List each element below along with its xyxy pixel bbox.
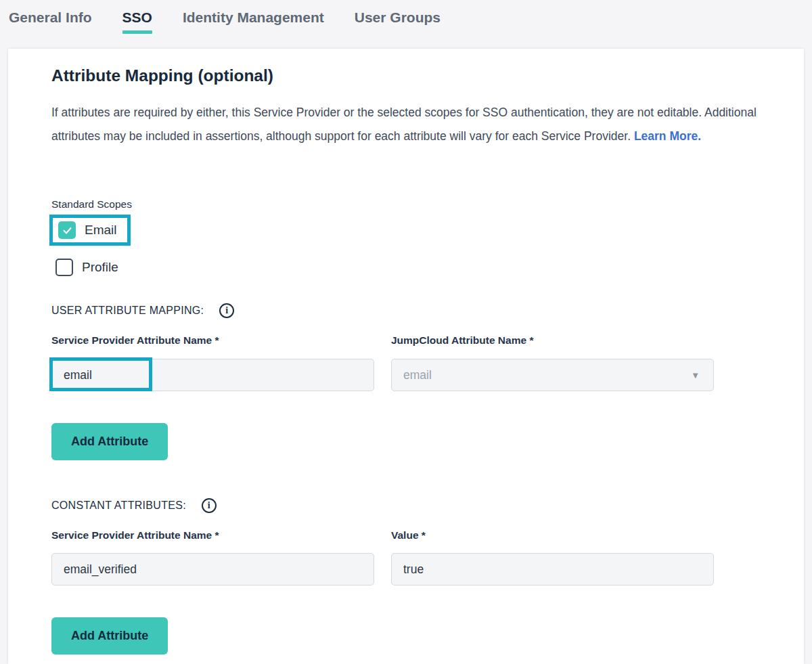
user-attribute-mapping-title: USER ATTRIBUTE MAPPING: — [51, 305, 204, 317]
tab-general-info[interactable]: General Info — [9, 9, 92, 49]
profile-scope-label: Profile — [82, 260, 118, 275]
learn-more-link[interactable]: Learn More. — [634, 129, 701, 143]
ca-sp-attribute-name-label: Service Provider Attribute Name * — [51, 529, 374, 541]
info-icon[interactable]: i — [202, 498, 217, 513]
ca-labels-row: Service Provider Attribute Name * Value … — [51, 529, 714, 541]
active-tab-underline — [122, 30, 152, 34]
add-attribute-button-uam[interactable]: Add Attribute — [51, 423, 168, 460]
constant-attributes-heading: CONSTANT ATTRIBUTES: i — [51, 498, 217, 513]
sp-attribute-name-input[interactable] — [51, 359, 374, 391]
tab-bar: General Info SSO Identity Management Use… — [0, 0, 812, 49]
ca-value-label: Value * — [391, 529, 714, 541]
standard-scopes-label: Standard Scopes — [51, 198, 132, 211]
sp-attribute-name-label: Service Provider Attribute Name * — [51, 334, 374, 347]
page-title: Attribute Mapping (optional) — [51, 66, 273, 85]
profile-checkbox[interactable] — [55, 259, 73, 276]
description-text: If attributes are required by either, th… — [51, 101, 763, 148]
jumpcloud-attribute-name-label: JumpCloud Attribute Name * — [391, 334, 714, 347]
ca-sp-attribute-name-input[interactable] — [51, 553, 374, 585]
check-icon — [62, 225, 73, 236]
add-attribute-button-ca[interactable]: Add Attribute — [51, 617, 168, 655]
ca-inputs-row — [51, 553, 714, 585]
profile-scope-option[interactable]: Profile — [55, 258, 118, 277]
info-icon[interactable]: i — [219, 303, 234, 318]
ca-value-input[interactable] — [391, 553, 714, 585]
tab-sso[interactable]: SSO — [122, 9, 152, 49]
email-checkbox[interactable] — [58, 221, 76, 239]
email-scope-label: Email — [85, 223, 117, 238]
uam-labels-row: Service Provider Attribute Name * JumpCl… — [51, 334, 714, 347]
sso-settings-panel: Attribute Mapping (optional) If attribut… — [8, 49, 804, 664]
user-attribute-mapping-heading: USER ATTRIBUTE MAPPING: i — [51, 303, 234, 318]
jumpcloud-attribute-select[interactable]: email ▼ — [391, 359, 714, 391]
email-scope-option[interactable]: Email — [53, 218, 127, 242]
tab-identity-management[interactable]: Identity Management — [183, 9, 324, 49]
annotation-highlight-email-scope: Email — [49, 215, 131, 246]
jumpcloud-attribute-selected-value: email — [403, 368, 432, 382]
tab-user-groups[interactable]: User Groups — [355, 9, 441, 49]
chevron-down-icon: ▼ — [691, 370, 700, 380]
constant-attributes-title: CONSTANT ATTRIBUTES: — [51, 500, 186, 512]
uam-inputs-row: email ▼ — [51, 359, 714, 391]
tab-sso-label: SSO — [122, 9, 152, 25]
